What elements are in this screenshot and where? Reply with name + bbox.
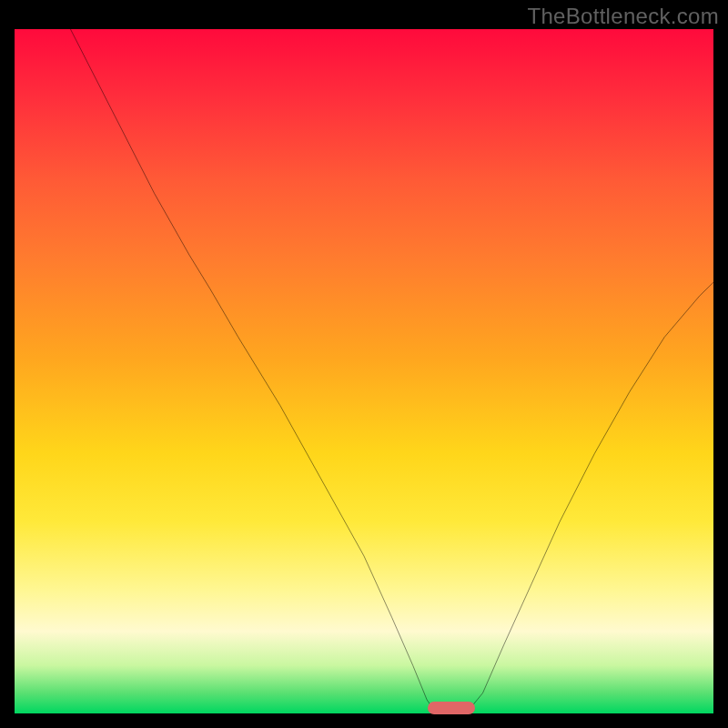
bottleneck-curve [15,29,713,713]
chart-frame: TheBottleneck.com [0,0,728,728]
bottleneck-min-marker [428,702,475,714]
watermark-text: TheBottleneck.com [527,4,719,29]
plot-area [15,29,713,713]
